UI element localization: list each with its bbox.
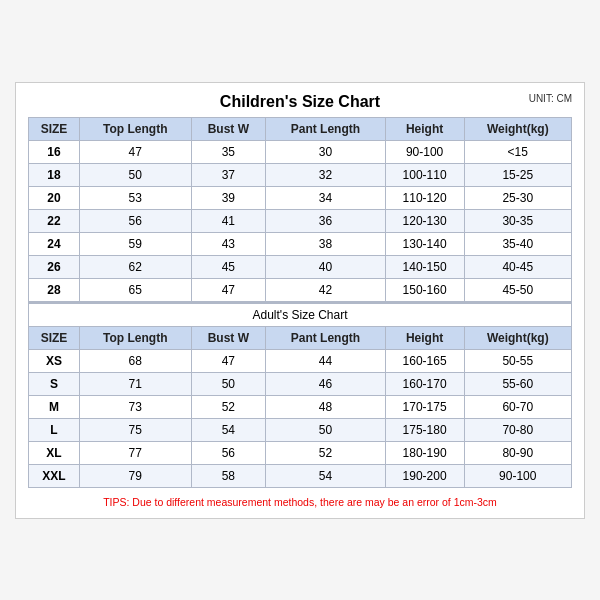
table-cell: 44 xyxy=(266,349,386,372)
table-cell: 59 xyxy=(79,232,191,255)
table-cell: 24 xyxy=(29,232,80,255)
table-cell: 54 xyxy=(266,464,386,487)
children-col-weight: Weight(kg) xyxy=(464,117,571,140)
tips-row: TIPS: Due to different measurement metho… xyxy=(28,496,572,508)
adults-section-title-row: Adult's Size Chart xyxy=(29,303,572,327)
children-col-height: Height xyxy=(385,117,464,140)
table-cell: 150-160 xyxy=(385,278,464,301)
table-cell: 39 xyxy=(191,186,266,209)
adult-col-weight: Weight(kg) xyxy=(464,326,571,349)
title-row: Children's Size Chart UNIT: CM xyxy=(28,93,572,111)
adult-col-top-length: Top Length xyxy=(79,326,191,349)
table-cell: 140-150 xyxy=(385,255,464,278)
table-cell: XXL xyxy=(29,464,80,487)
table-cell: 50 xyxy=(191,372,266,395)
table-cell: 30-35 xyxy=(464,209,571,232)
table-cell: 110-120 xyxy=(385,186,464,209)
table-row: 18503732100-11015-25 xyxy=(29,163,572,186)
table-cell: 40-45 xyxy=(464,255,571,278)
table-cell: L xyxy=(29,418,80,441)
table-cell: 100-110 xyxy=(385,163,464,186)
table-cell: 79 xyxy=(79,464,191,487)
adult-col-bust: Bust W xyxy=(191,326,266,349)
table-cell: 73 xyxy=(79,395,191,418)
table-cell: 26 xyxy=(29,255,80,278)
table-cell: 43 xyxy=(191,232,266,255)
table-row: 22564136120-13030-35 xyxy=(29,209,572,232)
table-cell: 34 xyxy=(266,186,386,209)
table-row: S715046160-17055-60 xyxy=(29,372,572,395)
table-cell: 30 xyxy=(266,140,386,163)
adult-col-size: SIZE xyxy=(29,326,80,349)
table-cell: 16 xyxy=(29,140,80,163)
table-cell: 62 xyxy=(79,255,191,278)
table-row: XL775652180-19080-90 xyxy=(29,441,572,464)
table-row: L755450175-18070-80 xyxy=(29,418,572,441)
children-col-bust: Bust W xyxy=(191,117,266,140)
table-cell: 50 xyxy=(79,163,191,186)
table-cell: 70-80 xyxy=(464,418,571,441)
table-cell: 46 xyxy=(266,372,386,395)
table-cell: 18 xyxy=(29,163,80,186)
table-cell: S xyxy=(29,372,80,395)
table-cell: 41 xyxy=(191,209,266,232)
children-col-size: SIZE xyxy=(29,117,80,140)
table-row: M735248170-17560-70 xyxy=(29,395,572,418)
children-col-top-length: Top Length xyxy=(79,117,191,140)
unit-label: UNIT: CM xyxy=(529,93,572,104)
table-cell: 71 xyxy=(79,372,191,395)
table-cell: 55-60 xyxy=(464,372,571,395)
table-row: XXL795854190-20090-100 xyxy=(29,464,572,487)
table-cell: 68 xyxy=(79,349,191,372)
table-cell: 42 xyxy=(266,278,386,301)
table-cell: 35-40 xyxy=(464,232,571,255)
table-cell: 47 xyxy=(191,278,266,301)
children-body: 1647353090-100<1518503732100-11015-25205… xyxy=(29,140,572,301)
table-cell: 65 xyxy=(79,278,191,301)
table-row: 28654742150-16045-50 xyxy=(29,278,572,301)
table-cell: 32 xyxy=(266,163,386,186)
table-cell: 25-30 xyxy=(464,186,571,209)
table-cell: XL xyxy=(29,441,80,464)
table-row: 26624540140-15040-45 xyxy=(29,255,572,278)
table-cell: 45-50 xyxy=(464,278,571,301)
table-cell: 22 xyxy=(29,209,80,232)
table-cell: 180-190 xyxy=(385,441,464,464)
table-cell: 40 xyxy=(266,255,386,278)
table-cell: M xyxy=(29,395,80,418)
table-cell: 56 xyxy=(79,209,191,232)
table-row: XS684744160-16550-55 xyxy=(29,349,572,372)
table-cell: 20 xyxy=(29,186,80,209)
table-cell: 37 xyxy=(191,163,266,186)
table-cell: 130-140 xyxy=(385,232,464,255)
table-cell: 47 xyxy=(191,349,266,372)
table-row: 1647353090-100<15 xyxy=(29,140,572,163)
table-cell: 160-170 xyxy=(385,372,464,395)
children-table: SIZE Top Length Bust W Pant Length Heigh… xyxy=(28,117,572,302)
children-col-pant: Pant Length xyxy=(266,117,386,140)
table-cell: 75 xyxy=(79,418,191,441)
table-cell: 58 xyxy=(191,464,266,487)
table-cell: <15 xyxy=(464,140,571,163)
table-cell: 28 xyxy=(29,278,80,301)
table-cell: 15-25 xyxy=(464,163,571,186)
table-cell: 77 xyxy=(79,441,191,464)
table-cell: 160-165 xyxy=(385,349,464,372)
table-cell: 60-70 xyxy=(464,395,571,418)
table-cell: 38 xyxy=(266,232,386,255)
table-cell: 53 xyxy=(79,186,191,209)
table-cell: 54 xyxy=(191,418,266,441)
table-cell: 52 xyxy=(266,441,386,464)
table-cell: 52 xyxy=(191,395,266,418)
children-header-row: SIZE Top Length Bust W Pant Length Heigh… xyxy=(29,117,572,140)
adults-body: XS684744160-16550-55S715046160-17055-60M… xyxy=(29,349,572,487)
table-cell: 56 xyxy=(191,441,266,464)
table-cell: XS xyxy=(29,349,80,372)
table-cell: 80-90 xyxy=(464,441,571,464)
chart-container: Children's Size Chart UNIT: CM SIZE Top … xyxy=(15,82,585,519)
table-cell: 47 xyxy=(79,140,191,163)
table-cell: 190-200 xyxy=(385,464,464,487)
table-cell: 50-55 xyxy=(464,349,571,372)
table-cell: 35 xyxy=(191,140,266,163)
main-title: Children's Size Chart xyxy=(220,93,380,111)
